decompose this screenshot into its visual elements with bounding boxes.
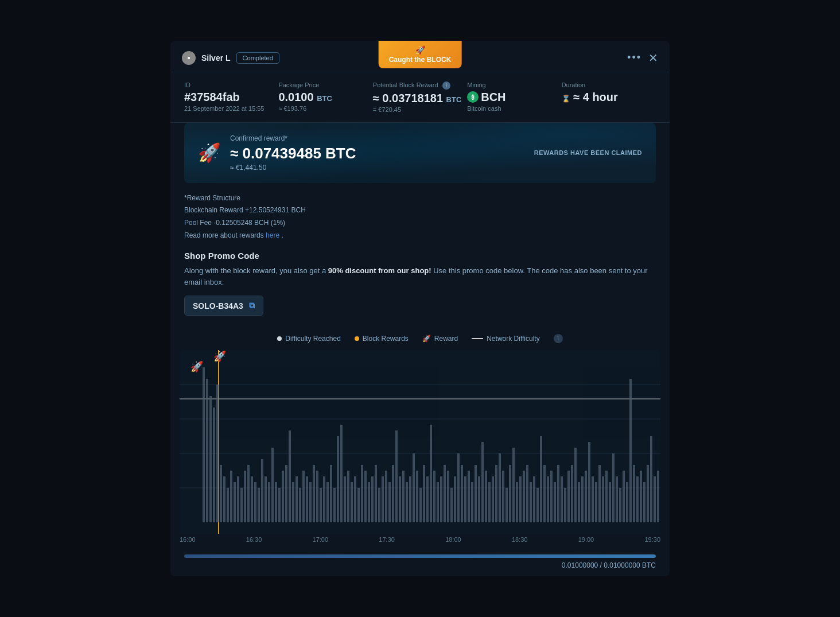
svg-rect-71 — [423, 465, 425, 522]
svg-rect-114 — [571, 465, 573, 522]
svg-rect-88 — [481, 442, 484, 522]
svg-rect-93 — [499, 453, 501, 522]
promo-code-box[interactable]: SOLO-B34A3 ⧉ — [184, 296, 263, 316]
svg-rect-105 — [540, 436, 542, 522]
svg-rect-107 — [547, 476, 549, 522]
svg-rect-65 — [402, 471, 405, 522]
chart-svg — [180, 350, 660, 534]
svg-rect-31 — [285, 465, 287, 522]
svg-rect-25 — [265, 476, 267, 522]
claimed-text: REWARDS HAVE BEEN CLAIMED — [534, 149, 642, 156]
user-info: ● Silver L Completed — [182, 51, 279, 65]
read-more: Read more about rewards here . — [184, 230, 656, 242]
svg-rect-79 — [450, 488, 453, 522]
svg-rect-9 — [209, 396, 212, 522]
svg-rect-50 — [351, 482, 353, 522]
package-value: 0.0100 BTC — [278, 91, 372, 104]
confirmed-value: ≈ 0.07439485 BTC — [230, 145, 356, 162]
svg-rect-130 — [626, 482, 628, 522]
svg-rect-53 — [361, 465, 363, 522]
svg-rect-44 — [330, 465, 332, 522]
svg-rect-57 — [375, 465, 377, 522]
svg-rect-15 — [230, 471, 232, 522]
id-value: #37584fab — [184, 91, 278, 104]
svg-rect-77 — [444, 465, 446, 522]
svg-rect-122 — [598, 465, 601, 522]
read-more-link[interactable]: here — [266, 231, 279, 239]
svg-rect-29 — [278, 488, 281, 522]
mining-value: ₿ BCH — [467, 91, 561, 104]
legend-info-icon[interactable]: i — [554, 334, 563, 343]
bch-icon: ₿ — [467, 91, 479, 103]
svg-rect-82 — [461, 465, 463, 522]
reward-rocket-icon: 🚀 — [422, 335, 431, 343]
svg-rect-96 — [509, 465, 511, 522]
svg-rect-54 — [364, 471, 367, 522]
potential-label: Potential Block Reward i — [373, 82, 467, 90]
legend-block-rewards: Block Rewards — [355, 335, 409, 343]
svg-rect-92 — [495, 465, 497, 522]
svg-rect-116 — [578, 482, 580, 522]
svg-rect-18 — [240, 488, 243, 522]
svg-rect-91 — [492, 476, 494, 522]
svg-rect-87 — [478, 476, 480, 522]
svg-rect-63 — [395, 430, 398, 522]
svg-rect-40 — [316, 471, 318, 522]
svg-rect-81 — [457, 453, 460, 522]
svg-rect-59 — [382, 476, 384, 522]
svg-rect-125 — [609, 482, 611, 522]
svg-rect-109 — [554, 482, 556, 522]
svg-rect-117 — [581, 476, 584, 522]
svg-rect-39 — [313, 465, 315, 522]
duration-block: Duration ⌛ ≈ 4 hour — [562, 82, 656, 113]
duration-label: Duration — [562, 82, 656, 88]
svg-rect-108 — [550, 471, 553, 522]
svg-rect-98 — [516, 482, 518, 522]
progress-section: 0.01000000 / 0.01000000 BTC — [170, 548, 670, 576]
reward-structure: *Reward Structure Blockchain Reward +12.… — [170, 192, 670, 251]
svg-rect-134 — [640, 471, 642, 522]
svg-rect-46 — [337, 436, 339, 522]
svg-rect-36 — [302, 471, 305, 522]
svg-rect-133 — [636, 476, 639, 522]
badge-label: Caught the BLOCK — [389, 56, 452, 64]
progress-text: 0.01000000 / 0.01000000 BTC — [184, 561, 656, 569]
promo-desc: Along with the block reward, you also ge… — [184, 265, 656, 288]
close-button[interactable]: ✕ — [648, 51, 658, 65]
date-value: 21 September 2022 at 15:55 — [184, 105, 278, 112]
svg-rect-21 — [251, 476, 253, 522]
svg-rect-72 — [426, 476, 429, 522]
id-label: ID — [184, 82, 278, 88]
mining-block: Mining ₿ BCH Bitcoin cash — [467, 82, 561, 113]
svg-rect-55 — [368, 482, 370, 522]
svg-rect-13 — [223, 476, 225, 522]
shop-promo: Shop Promo Code Along with the block rew… — [170, 251, 670, 327]
svg-rect-113 — [567, 471, 570, 522]
svg-rect-43 — [326, 482, 329, 522]
svg-rect-45 — [333, 488, 336, 522]
svg-rect-118 — [585, 471, 587, 522]
svg-rect-127 — [616, 476, 618, 522]
svg-rect-75 — [437, 482, 439, 522]
svg-rect-14 — [227, 488, 229, 522]
svg-rect-23 — [258, 488, 260, 522]
legend-reward: 🚀 Reward — [422, 335, 458, 343]
svg-rect-139 — [657, 471, 659, 522]
svg-rect-7 — [203, 367, 205, 522]
more-options-button[interactable]: ••• — [627, 52, 641, 64]
potential-info-icon[interactable]: i — [442, 82, 450, 90]
svg-rect-16 — [234, 482, 236, 522]
hourglass-icon: ⌛ — [562, 95, 570, 103]
legend-difficulty-reached: Difficulty Reached — [277, 335, 341, 343]
svg-rect-137 — [650, 436, 652, 522]
promo-code-value: SOLO-B34A3 — [193, 301, 243, 311]
svg-rect-37 — [306, 476, 308, 522]
rocket-marker-2: 🚀 — [213, 350, 226, 363]
svg-rect-103 — [533, 476, 535, 522]
svg-rect-68 — [413, 453, 415, 522]
legend-network-difficulty: Network Difficulty — [472, 335, 539, 343]
potential-block: Potential Block Reward i ≈ 0.03718181 BT… — [373, 82, 467, 113]
caught-badge: 🚀 Caught the BLOCK — [379, 41, 462, 68]
svg-rect-60 — [385, 471, 387, 522]
svg-rect-33 — [292, 482, 294, 522]
